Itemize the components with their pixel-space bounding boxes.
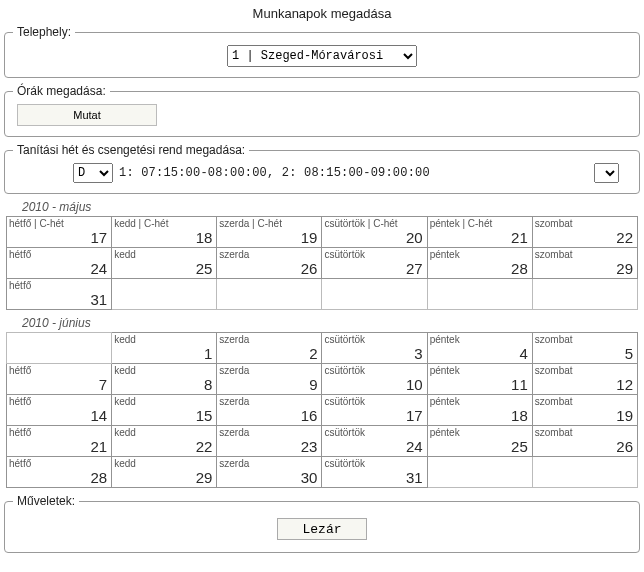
calendar-cell[interactable]: szerda26	[217, 248, 322, 279]
day-number: 18	[511, 407, 528, 424]
calendar-cell[interactable]: szerda | C-hét19	[217, 217, 322, 248]
calendar-cell-blank	[427, 457, 532, 488]
calendar-cell[interactable]: csütörtök24	[322, 426, 427, 457]
day-label: szerda	[219, 334, 249, 345]
day-label: csütörtök	[324, 427, 365, 438]
day-label: hétfő	[9, 427, 31, 438]
day-number: 19	[301, 229, 318, 246]
schedule-extra-select[interactable]	[594, 163, 619, 183]
day-label: szerda	[219, 427, 249, 438]
day-label: péntek	[430, 334, 460, 345]
calendar-cell[interactable]: hétfő31	[7, 279, 112, 310]
day-number: 31	[406, 469, 423, 486]
day-label: hétfő	[9, 458, 31, 469]
day-label: hétfő	[9, 280, 31, 291]
calendar-cell[interactable]: szombat12	[532, 364, 637, 395]
day-label: hétfő | C-hét	[9, 218, 64, 229]
calendar-cell[interactable]: péntek18	[427, 395, 532, 426]
calendar-cell[interactable]: kedd | C-hét18	[112, 217, 217, 248]
day-label: péntek	[430, 396, 460, 407]
week-type-select[interactable]: D	[73, 163, 113, 183]
calendar-cell[interactable]: kedd8	[112, 364, 217, 395]
day-number: 4	[519, 345, 527, 362]
day-number: 30	[301, 469, 318, 486]
day-label: kedd	[114, 249, 136, 260]
hours-fieldset: Órák megadása: Mutat	[4, 84, 640, 137]
calendar-cell[interactable]: hétfő21	[7, 426, 112, 457]
calendar-cell[interactable]: szerda16	[217, 395, 322, 426]
calendar-cell[interactable]: kedd25	[112, 248, 217, 279]
month-title: 2010 - május	[22, 200, 640, 214]
day-number: 12	[616, 376, 633, 393]
day-label: péntek	[430, 427, 460, 438]
calendar-cell[interactable]: péntek | C-hét21	[427, 217, 532, 248]
day-label: hétfő	[9, 396, 31, 407]
calendar-cell[interactable]: szombat22	[532, 217, 637, 248]
hours-legend: Órák megadása:	[13, 84, 110, 98]
day-number: 7	[99, 376, 107, 393]
day-label: szombat	[535, 334, 573, 345]
day-number: 15	[196, 407, 213, 424]
calendar-cell[interactable]: kedd1	[112, 333, 217, 364]
calendar-cell[interactable]: csütörtök3	[322, 333, 427, 364]
calendar-cell[interactable]: hétfő28	[7, 457, 112, 488]
day-number: 8	[204, 376, 212, 393]
actions-fieldset: Műveletek: Lezár	[4, 494, 640, 553]
calendar-cell[interactable]: kedd22	[112, 426, 217, 457]
day-number: 17	[90, 229, 107, 246]
day-label: péntek	[430, 249, 460, 260]
site-select[interactable]: 1 | Szeged-Móravárosi	[227, 45, 417, 67]
calendar-cell[interactable]: szombat5	[532, 333, 637, 364]
day-label: szerda | C-hét	[219, 218, 282, 229]
schedule-fieldset: Tanítási hét és csengetési rend megadása…	[4, 143, 640, 194]
calendar-cell[interactable]: szombat26	[532, 426, 637, 457]
day-number: 18	[196, 229, 213, 246]
calendar-cell[interactable]: szerda23	[217, 426, 322, 457]
calendar-cell[interactable]: hétfő | C-hét17	[7, 217, 112, 248]
day-label: hétfő	[9, 365, 31, 376]
site-legend: Telephely:	[13, 25, 75, 39]
calendar-cell[interactable]: péntek11	[427, 364, 532, 395]
calendar-cell[interactable]: szerda2	[217, 333, 322, 364]
calendar-cell[interactable]: péntek28	[427, 248, 532, 279]
close-button[interactable]: Lezár	[277, 518, 367, 540]
calendar-cell-blank	[427, 279, 532, 310]
calendar-cell[interactable]: hétfő24	[7, 248, 112, 279]
calendar-cell-blank	[532, 457, 637, 488]
day-label: szerda	[219, 365, 249, 376]
day-number: 21	[511, 229, 528, 246]
calendar-cell[interactable]: hétfő7	[7, 364, 112, 395]
day-label: hétfő	[9, 249, 31, 260]
calendar-cell[interactable]: kedd29	[112, 457, 217, 488]
calendar-cell[interactable]: csütörtök31	[322, 457, 427, 488]
day-label: szerda	[219, 249, 249, 260]
show-button[interactable]: Mutat	[17, 104, 157, 126]
calendar-cell[interactable]: csütörtök10	[322, 364, 427, 395]
calendar-cell[interactable]: péntek25	[427, 426, 532, 457]
calendar-cell[interactable]: szerda30	[217, 457, 322, 488]
day-number: 2	[309, 345, 317, 362]
day-label: csütörtök	[324, 396, 365, 407]
calendar-cell[interactable]: kedd15	[112, 395, 217, 426]
day-number: 14	[90, 407, 107, 424]
calendar-cell[interactable]: csütörtök17	[322, 395, 427, 426]
day-number: 22	[196, 438, 213, 455]
day-number: 28	[90, 469, 107, 486]
calendar-table: hétfő | C-hét17kedd | C-hét18szerda | C-…	[6, 216, 638, 310]
day-number: 16	[301, 407, 318, 424]
day-number: 5	[625, 345, 633, 362]
calendar-cell[interactable]: csütörtök | C-hét20	[322, 217, 427, 248]
calendar-cell-blank	[322, 279, 427, 310]
calendar-cell[interactable]: csütörtök27	[322, 248, 427, 279]
calendar-cell[interactable]: szombat29	[532, 248, 637, 279]
day-number: 3	[414, 345, 422, 362]
day-label: kedd | C-hét	[114, 218, 168, 229]
calendar-cell[interactable]: szombat19	[532, 395, 637, 426]
day-number: 21	[90, 438, 107, 455]
day-label: csütörtök | C-hét	[324, 218, 397, 229]
day-number: 31	[90, 291, 107, 308]
calendar-cell[interactable]: szerda9	[217, 364, 322, 395]
calendar-cell[interactable]: hétfő14	[7, 395, 112, 426]
actions-legend: Műveletek:	[13, 494, 79, 508]
calendar-cell[interactable]: péntek4	[427, 333, 532, 364]
